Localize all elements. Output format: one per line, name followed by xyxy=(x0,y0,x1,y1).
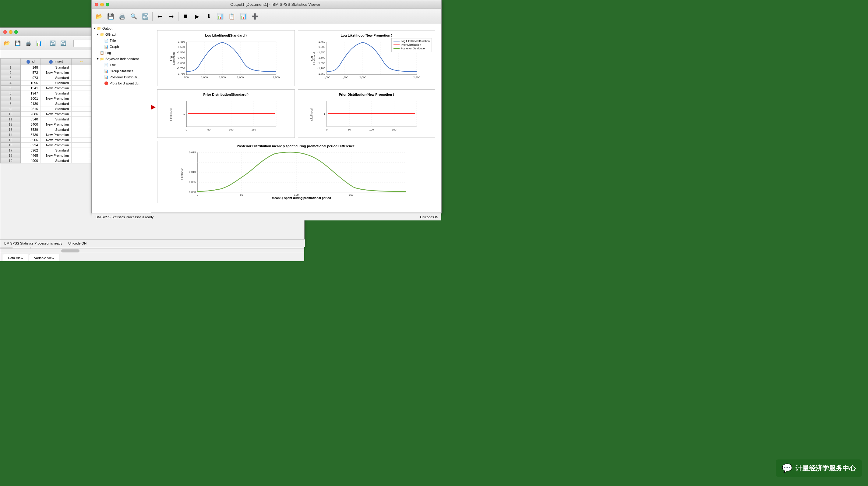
table-row: 1 148 Standard xyxy=(1,65,92,70)
extra-cell xyxy=(71,143,92,148)
expand-arrow3: ▼ xyxy=(96,57,100,61)
data-view-tab[interactable]: Data View xyxy=(3,254,28,261)
nav-posterior-dist[interactable]: 📊 Posterior Distributi... xyxy=(92,74,151,80)
output-maximize-button[interactable] xyxy=(106,3,109,6)
row-number: 9 xyxy=(1,107,21,112)
zoom-button[interactable]: 🔍 xyxy=(128,11,139,22)
posterior-icon: 📊 xyxy=(104,75,109,80)
nav-ggraph-title[interactable]: 📄 Title xyxy=(92,37,151,44)
log-icon: 📋 xyxy=(100,50,104,55)
legend-color-prior xyxy=(394,45,400,45)
id-column-header[interactable]: id xyxy=(21,59,40,65)
svg-text:-1,700: -1,700 xyxy=(177,67,185,70)
legend-color-loglik xyxy=(394,41,400,41)
horizontal-scrollbar[interactable] xyxy=(0,249,304,253)
nav-graph[interactable]: 📊 Graph xyxy=(92,44,151,50)
svg-text:-1,500: -1,500 xyxy=(318,46,326,49)
prior-distribution-charts: Prior Distribution(Standard ) 1 xyxy=(157,89,435,138)
redo-button[interactable]: ↪️ xyxy=(59,38,68,48)
insert-column-header[interactable]: insert xyxy=(40,59,71,65)
row-number: 8 xyxy=(1,101,21,107)
svg-text:Likelihood: Likelihood xyxy=(173,52,176,65)
svg-text:150: 150 xyxy=(392,128,397,131)
print-button[interactable]: 🖨️ xyxy=(117,11,128,22)
x-axis-label: Mean: $ spent during promotional period xyxy=(272,196,331,200)
back-button[interactable]: ⬅ xyxy=(154,11,165,22)
undo-button[interactable]: ↩️ xyxy=(48,38,58,48)
output-minimize-button[interactable] xyxy=(100,3,104,6)
nav-output[interactable]: ▼ 📁 Output xyxy=(92,25,151,31)
table-row: 16 3924 New Promotion xyxy=(1,143,92,148)
table-row: 14 3730 New Promotion xyxy=(1,132,92,138)
recall-button[interactable]: 📊 xyxy=(34,38,44,48)
open-button[interactable]: 📂 xyxy=(2,38,12,48)
nav-log[interactable]: 📋 Log xyxy=(92,50,151,56)
variable-view-tab[interactable]: Variable View xyxy=(29,254,59,261)
svg-text:-1,700: -1,700 xyxy=(318,67,326,70)
minimize-button[interactable] xyxy=(9,30,12,34)
insert-cell: New Promotion xyxy=(40,132,71,138)
svg-text:-1,450: -1,450 xyxy=(318,40,326,43)
nav-bayesian-title[interactable]: 📄 Title xyxy=(92,62,151,68)
extra-cell xyxy=(71,112,92,117)
open-file-button[interactable]: 📂 xyxy=(93,11,104,22)
spacer1 xyxy=(100,39,104,42)
insert-cell: New Promotion xyxy=(40,122,71,127)
table-row: 18 4465 New Promotion xyxy=(1,153,92,158)
posterior-chart: Posterior Distribution mean: $ spent dur… xyxy=(157,141,435,203)
extra-cell xyxy=(71,96,92,101)
nav-group-stats[interactable]: 📊 Group Statistics xyxy=(92,68,151,74)
legend-item-loglik: Log Likelihood Function xyxy=(394,40,430,43)
nav-bayesian[interactable]: ▼ 📁 Bayesian Independent xyxy=(92,56,151,62)
svg-text:0.000: 0.000 xyxy=(189,191,196,194)
data-table: id insert ✏ 1 148 Standar xyxy=(0,58,92,164)
close-button[interactable] xyxy=(3,30,7,34)
svg-text:0: 0 xyxy=(326,128,328,131)
bayesian-icon: 📁 xyxy=(100,56,104,61)
save-button[interactable]: 💾 xyxy=(13,38,23,48)
run-button[interactable]: ▶ xyxy=(192,11,203,22)
copy-button[interactable]: 📋 xyxy=(226,11,237,22)
spacer3 xyxy=(96,51,100,55)
traffic-lights xyxy=(3,30,18,34)
print-button[interactable]: 🖨️ xyxy=(24,38,33,48)
output-unicode-status: Unicode:ON xyxy=(420,215,438,219)
data-unicode-text: Unicode:ON xyxy=(68,241,87,245)
id-cell: 1541 xyxy=(21,86,40,91)
svg-text:50: 50 xyxy=(348,128,351,131)
nav-plots[interactable]: 🔴 Plots for $ spent du... xyxy=(92,80,151,86)
legend-label-prior: Prior Distribution xyxy=(401,43,421,46)
content-scrollbar[interactable] xyxy=(151,212,441,213)
nav-plots-label: Plots for $ spent du... xyxy=(110,81,141,85)
table-row: 10 2886 New Promotion xyxy=(1,112,92,117)
id-cell: 3906 xyxy=(21,138,40,143)
content-panel[interactable]: Log Likelihood(Standard ) xyxy=(151,24,441,213)
id-cell: 3924 xyxy=(21,143,40,148)
extra-cell xyxy=(71,101,92,107)
stop-button[interactable]: ⏹ xyxy=(180,11,191,22)
table-button[interactable]: 📊 xyxy=(215,11,226,22)
id-cell: 3400 xyxy=(21,122,40,127)
forward-button[interactable]: ➡ xyxy=(166,11,177,22)
id-cell: 4900 xyxy=(21,158,40,164)
download-button[interactable]: ⬇ xyxy=(203,11,214,22)
separator2 xyxy=(70,39,70,48)
expand-arrow: ▼ xyxy=(93,27,97,30)
log-likelihood-standard-chart: Log Likelihood(Standard ) xyxy=(157,30,295,86)
extra-cell xyxy=(71,138,92,143)
maximize-button[interactable] xyxy=(14,30,18,34)
expand-arrow2: ▼ xyxy=(96,33,100,36)
save-file-button[interactable]: 💾 xyxy=(105,11,116,22)
add-button[interactable]: ➕ xyxy=(249,11,260,22)
chart-button[interactable]: 📊 xyxy=(238,11,249,22)
pencil-column-header: ✏ xyxy=(71,59,92,65)
extra-cell xyxy=(71,81,92,86)
row-number: 6 xyxy=(1,91,21,96)
plots-icon: 🔴 xyxy=(104,81,109,86)
output-close-button[interactable] xyxy=(95,3,98,6)
id-cell: 3539 xyxy=(21,127,40,132)
svg-text:-1,750: -1,750 xyxy=(318,72,326,75)
svg-text:50: 50 xyxy=(240,193,243,196)
export-button[interactable]: ↩️ xyxy=(140,11,151,22)
nav-ggraph[interactable]: ▼ 📁 GGraph xyxy=(92,31,151,37)
